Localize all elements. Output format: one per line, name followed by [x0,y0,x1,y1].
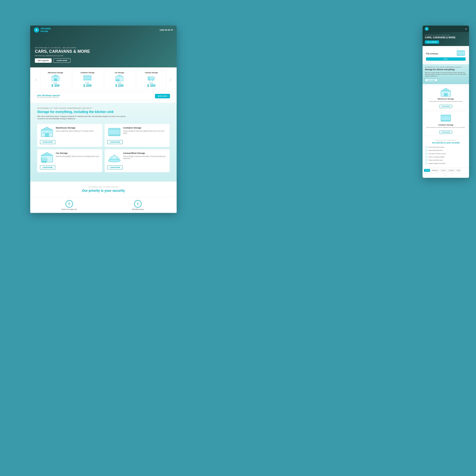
car-service-card: Car Storage Need an extra garage? Safe a… [37,149,102,172]
mobile-book-button[interactable]: BOOK [426,57,466,61]
caravan-price: $ 350 [138,84,165,87]
mobile-warehouse-card: Warehouse Storage Secure pallet and ware… [424,85,468,110]
mobile-nav: A ≡ [423,26,469,32]
about-section: AFFORDABILITY THAT NEVER COMPROMISES SEC… [30,103,177,182]
mobile-nav-tag-storage[interactable]: Storage [424,169,430,172]
mobile-nav-tag-warehouse[interactable]: Warehouse [431,169,439,172]
mobile-container-learn-button[interactable]: LEARN MORE [440,131,452,134]
next-arrow-button[interactable]: › [168,77,173,82]
hero-buttons: GET A QUOTE LEARN MORE [35,58,90,63]
hero-title: CARS, CARAVANS & MORE [35,49,90,54]
warehouse-card-title: Warehouse Storage [43,72,68,73]
svg-point-42 [45,161,47,163]
mobile-about-section: AFFORDABILITY THAT NEVER COMPROMISES SEC… [423,64,469,84]
mobile-pod-icon [456,50,466,56]
car-storage-card[interactable]: Car Storage From $ 230 [104,70,135,89]
caravan-storage-card[interactable]: Caravan Storage From $ 350 [136,70,167,89]
warehouse-card-icon [51,74,60,81]
caravan-service-icon [107,152,121,164]
mobile-priority-list: Short and long term options Secure facil… [425,146,467,165]
mobile-about-description: With secure pallet storage, car and boat… [425,72,467,77]
svg-point-44 [108,159,121,162]
car-card-icon [115,74,124,81]
container-storage-card[interactable]: Container Storage From [72,70,103,89]
svg-rect-35 [109,135,120,136]
svg-rect-60 [441,116,451,121]
container-service-icon [107,127,121,138]
mobile-pod-card: from POD STORAGE BOOK [424,47,468,63]
priority-section: STORAGE ISN'T COMPLICATED Our priority i… [30,182,177,197]
warehouse-learn-more-button[interactable]: LEARN MORE [40,140,55,144]
logo-area: A Affordable Storage [34,27,51,33]
svg-point-22 [152,80,153,81]
caravan-learn-more-button[interactable]: LEARN MORE [107,166,123,170]
svg-rect-2 [54,78,57,81]
container-service-title: Container Storage [123,127,167,129]
svg-rect-30 [109,129,120,135]
logo-text: Affordable Storage [40,27,51,33]
get-quote-button[interactable]: GET A QUOTE [35,58,51,63]
about-label: AFFORDABILITY THAT NEVER COMPROMISES SEC… [37,107,170,109]
container-service-inner: Container Storage Secure storage for too… [107,127,167,138]
svg-marker-39 [41,153,53,155]
svg-rect-20 [152,77,153,78]
mobile-warehouse-learn-button[interactable]: LEARN MORE [440,105,452,108]
mobile-warehouse-desc: Secure pallet and warehouse storage with… [426,101,466,102]
caravan-service-inner: Caravan/Boat Storage Secure storage of c… [107,152,167,164]
mobile-pod-text: from POD STORAGE [426,51,438,55]
svg-point-41 [42,161,44,163]
svg-rect-26 [45,133,49,137]
mobile-get-quote-button[interactable]: GET A QUOTE [425,40,439,44]
mobile-container-icon [440,114,452,123]
hero-section: A Affordable Storage 1300 60 65 70 AFFOR… [30,26,177,68]
priority-list-item: Onsite travel lift for boats [425,158,467,162]
priority-label: STORAGE ISN'T COMPLICATED [37,186,170,188]
pricing-icon: $ [134,200,142,207]
svg-rect-55 [457,51,465,51]
mobile-priority-section: STORAGE ISN'T COMPLICATED Our priority i… [423,137,469,167]
priority-list-item: Short and long term options [425,146,467,149]
prev-arrow-button[interactable]: ‹ [34,77,39,82]
svg-rect-28 [43,132,45,133]
hamburger-icon[interactable]: ≡ [465,28,467,30]
mobile-scroll-arrow[interactable]: › [423,173,469,178]
svg-rect-18 [148,77,150,80]
mobile-pod-inner: from POD STORAGE [426,50,466,56]
promo-banner: 15% Off Winter Special On all car pods b… [34,92,173,101]
mobile-nav-tag-container[interactable]: Container [448,169,455,172]
container-service-card: Container Storage Secure storage for too… [105,124,170,147]
svg-marker-27 [41,127,53,130]
mobile-nav-tag-boats[interactable]: Boats [456,169,461,172]
mobile-nav-tag-caravan[interactable]: Caravan [440,169,447,172]
mobile-about-title: Storage for almost everything [425,68,467,71]
book-now-button[interactable]: BOOK NOW [155,94,170,98]
caravan-service-desc: Secure storage of caravans and trailers.… [123,155,167,159]
caravan-service-title: Caravan/Boat Storage [123,152,167,154]
svg-point-21 [149,80,150,81]
caravan-card-title: Caravan Storage [138,72,165,73]
priority-list-item: Secure facility with CCTV [425,149,467,152]
priority-list-item: Indoor car storage available [425,155,467,158]
choice-label: Choice of storage units [61,208,77,210]
container-card-title: Container Storage [75,72,101,73]
mobile-about-label: AFFORDABILITY THAT NEVER COMPROMISES SEC… [425,67,467,68]
learn-more-button[interactable]: LEARN MORE [53,58,70,63]
car-service-title: Car Storage [56,152,100,154]
storage-cards: Warehouse Storage From $ 300 Conta [40,70,166,89]
warehouse-storage-card[interactable]: Warehouse Storage From $ 300 [40,70,71,89]
bottom-icons-section: ☰ Choice of storage units $ Affordable p… [30,197,177,213]
mobile-about-learn-button[interactable]: LEARN MORE [425,79,438,82]
container-learn-more-button[interactable]: LEARN MORE [107,140,123,144]
caravan-service-info: Caravan/Boat Storage Secure storage of c… [123,152,167,159]
svg-rect-19 [150,77,151,78]
car-learn-more-button[interactable]: LEARN MORE [40,166,55,170]
mobile-logo: A [425,27,429,31]
mobile-container-title: Container Storage [426,124,466,126]
svg-rect-11 [84,76,91,76]
svg-rect-66 [441,115,451,116]
svg-rect-49 [457,51,465,55]
container-service-desc: Secure storage for tools and materials w… [123,130,167,134]
about-description: With secure warehouse space, shopping co… [37,115,130,120]
hero-subtitle: AFFORDABLE STORAGE, MELBOURNE [35,47,90,49]
svg-point-16 [118,80,119,81]
